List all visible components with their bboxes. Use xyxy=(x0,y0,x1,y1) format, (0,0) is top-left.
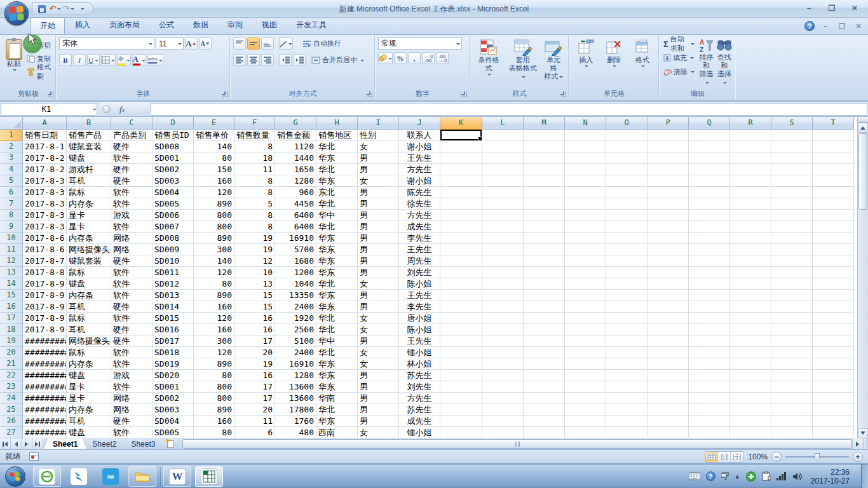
cell-S17[interactable] xyxy=(771,313,813,324)
tab-split-handle[interactable] xyxy=(863,438,868,449)
help-icon[interactable]: ? xyxy=(804,21,815,31)
row-header-27[interactable]: 27 xyxy=(0,427,23,438)
cell-G20[interactable]: 2400 xyxy=(275,347,316,358)
cell-R7[interactable] xyxy=(730,198,771,210)
column-header-M[interactable]: M xyxy=(524,117,565,130)
horizontal-scroll-thumb[interactable] xyxy=(182,439,852,449)
cell-A20[interactable]: ######### xyxy=(23,347,67,358)
phonetic-guide-button[interactable]: wén xyxy=(147,54,163,66)
cell-F3[interactable]: 18 xyxy=(234,152,275,164)
cell-O2[interactable] xyxy=(606,141,648,152)
cell-T22[interactable] xyxy=(813,370,854,381)
decrease-indent-button[interactable] xyxy=(279,54,292,66)
cell-G17[interactable]: 1920 xyxy=(275,313,316,324)
cell-G19[interactable]: 5100 xyxy=(275,336,316,347)
cell-E2[interactable]: 140 xyxy=(194,141,234,152)
cell-F24[interactable]: 17 xyxy=(234,393,275,404)
cell-M10[interactable] xyxy=(524,233,565,244)
cell-F14[interactable]: 13 xyxy=(234,278,275,290)
cell-C6[interactable]: 软件 xyxy=(111,187,153,198)
formula-bar-handle[interactable] xyxy=(102,105,111,113)
cell-Q25[interactable] xyxy=(689,404,730,416)
cell-K16[interactable] xyxy=(440,301,482,313)
normal-view-button[interactable] xyxy=(705,452,718,462)
sheet-tab-Sheet1[interactable]: Sheet1 xyxy=(44,438,86,449)
row-header-25[interactable]: 25 xyxy=(0,404,23,416)
antivirus-icon[interactable] xyxy=(746,471,756,482)
cell-A17[interactable]: 2017-8-9 xyxy=(23,313,67,324)
align-top-button[interactable] xyxy=(233,37,246,50)
cell-H6[interactable]: 东北 xyxy=(316,187,358,198)
cell-L17[interactable] xyxy=(482,313,524,324)
cell-J14[interactable]: 陈小姐 xyxy=(399,278,440,290)
cell-J8[interactable]: 方先生 xyxy=(399,210,440,221)
cell-M24[interactable] xyxy=(524,393,565,404)
cell-S2[interactable] xyxy=(771,141,813,152)
sheet-tab-Sheet3[interactable]: Sheet3 xyxy=(122,438,164,449)
font-size-combo[interactable]: 11 xyxy=(156,37,184,50)
cell-B20[interactable]: 鼠标 xyxy=(67,347,111,358)
cell-O11[interactable] xyxy=(606,244,648,255)
cell-O8[interactable] xyxy=(606,210,648,221)
cell-T12[interactable] xyxy=(813,255,854,267)
cell-B24[interactable]: 显卡 xyxy=(67,393,111,404)
column-header-N[interactable]: N xyxy=(565,117,606,130)
bold-button[interactable]: B xyxy=(59,54,72,66)
cell-Q15[interactable] xyxy=(689,290,730,301)
select-all-button[interactable] xyxy=(0,117,23,130)
cell-A22[interactable]: ######### xyxy=(23,370,67,381)
cell-I14[interactable]: 女 xyxy=(358,278,399,290)
cell-C26[interactable]: 硬件 xyxy=(111,416,153,427)
cell-T7[interactable] xyxy=(813,198,854,210)
cell-O7[interactable] xyxy=(606,198,648,210)
cell-N3[interactable] xyxy=(565,152,606,164)
cell-T1[interactable] xyxy=(813,130,854,141)
cell-H7[interactable]: 华北 xyxy=(316,198,358,210)
cell-styles-button[interactable]: 单元格样式 xyxy=(541,37,566,88)
row-header-13[interactable]: 13 xyxy=(0,267,23,278)
paste-button[interactable]: 粘贴 xyxy=(3,37,25,88)
cell-E14[interactable]: 80 xyxy=(194,278,234,290)
cell-G8[interactable]: 6400 xyxy=(275,210,316,221)
cell-F19[interactable]: 17 xyxy=(234,336,275,347)
cell-D21[interactable]: SD019 xyxy=(153,358,194,370)
cell-C19[interactable]: 硬件 xyxy=(111,336,153,347)
cell-G21[interactable]: 16910 xyxy=(275,358,316,370)
taskbar-clock[interactable]: 22:36 2017-10-27 xyxy=(808,468,856,485)
cell-S12[interactable] xyxy=(771,255,813,267)
cell-F25[interactable]: 20 xyxy=(234,404,275,416)
cell-A13[interactable]: 2017-8-8 xyxy=(23,267,67,278)
cell-R24[interactable] xyxy=(730,393,771,404)
cell-D19[interactable]: SD017 xyxy=(153,336,194,347)
cell-P10[interactable] xyxy=(648,233,689,244)
cell-R5[interactable] xyxy=(730,175,771,187)
cell-T15[interactable] xyxy=(813,290,854,301)
cell-H2[interactable]: 华北 xyxy=(316,141,358,152)
cell-L4[interactable] xyxy=(482,164,524,175)
cell-S5[interactable] xyxy=(771,175,813,187)
cell-T19[interactable] xyxy=(813,336,854,347)
cell-T9[interactable] xyxy=(813,221,854,233)
cell-P26[interactable] xyxy=(648,416,689,427)
taskbar-thunder-button[interactable] xyxy=(65,466,93,487)
cell-R27[interactable] xyxy=(730,427,771,438)
cell-R19[interactable] xyxy=(730,336,771,347)
conditional-formatting-button[interactable]: 条件格式 xyxy=(473,37,505,88)
cell-L6[interactable] xyxy=(482,187,524,198)
cell-K25[interactable] xyxy=(440,404,482,416)
column-header-P[interactable]: P xyxy=(648,117,689,130)
cell-Q21[interactable] xyxy=(689,358,730,370)
cell-R8[interactable] xyxy=(730,210,771,221)
cell-E20[interactable]: 120 xyxy=(194,347,234,358)
cell-J1[interactable]: 联系人 xyxy=(399,130,440,141)
cell-N8[interactable] xyxy=(565,210,606,221)
column-header-Q[interactable]: Q xyxy=(689,117,730,130)
cell-B5[interactable]: 耳机 xyxy=(67,175,111,187)
cell-D10[interactable]: SD008 xyxy=(153,233,194,244)
cell-O12[interactable] xyxy=(606,255,648,267)
cell-M21[interactable] xyxy=(524,358,565,370)
cell-J7[interactable]: 徐先生 xyxy=(399,198,440,210)
cell-L10[interactable] xyxy=(482,233,524,244)
cell-E5[interactable]: 160 xyxy=(194,175,234,187)
cell-M6[interactable] xyxy=(524,187,565,198)
